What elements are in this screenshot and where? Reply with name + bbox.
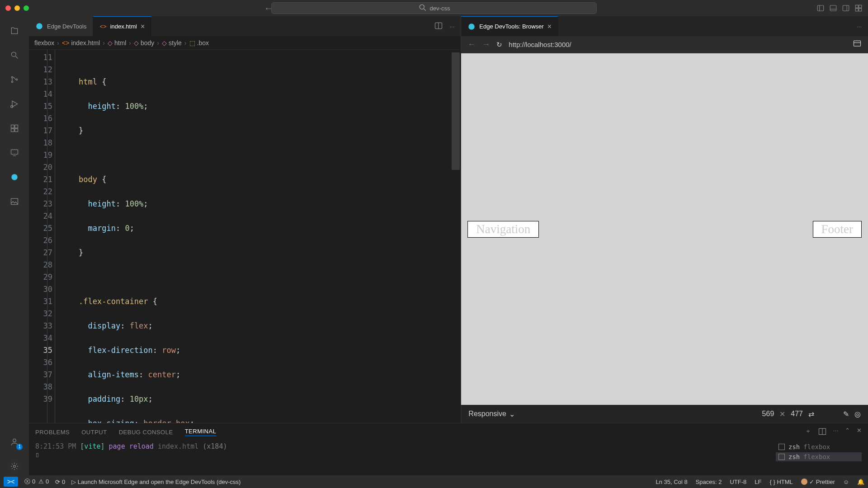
svg-rect-23 bbox=[11, 150, 18, 154]
device-mode-select[interactable]: Responsive ⌄ bbox=[468, 410, 515, 418]
status-errors[interactable]: ⓧ 0 ⚠ 0 bbox=[24, 478, 49, 486]
search-icon bbox=[418, 3, 427, 14]
editor-pane: Edge DevTools <> index.html × ··· flexbo… bbox=[29, 16, 461, 423]
browser-back-icon[interactable]: ← bbox=[467, 40, 476, 49]
command-center[interactable]: dev-css bbox=[271, 2, 597, 14]
status-feedback-icon[interactable]: ☺ bbox=[843, 479, 849, 485]
remote-indicator[interactable]: >< bbox=[4, 477, 18, 487]
svg-line-13 bbox=[16, 56, 18, 59]
command-center-label: dev-css bbox=[430, 5, 450, 12]
terminal-item[interactable]: zsh flexbox bbox=[776, 442, 862, 451]
maximize-window-icon[interactable] bbox=[24, 5, 29, 11]
svg-point-32 bbox=[469, 23, 475, 30]
svg-point-28 bbox=[14, 465, 16, 468]
svg-rect-9 bbox=[859, 5, 862, 8]
close-tab-icon[interactable]: × bbox=[141, 23, 145, 31]
inspect-icon[interactable]: ◎ bbox=[854, 410, 861, 418]
remote-explorer-icon[interactable] bbox=[5, 144, 24, 162]
extensions-icon[interactable] bbox=[5, 119, 24, 137]
breadcrumb-html: ◇html bbox=[108, 39, 126, 47]
status-bell-icon[interactable]: 🔔 bbox=[857, 479, 864, 485]
svg-point-15 bbox=[11, 81, 13, 82]
close-window-icon[interactable] bbox=[5, 5, 11, 11]
devtools-pane: Edge DevTools: Browser × ··· ← → ↻ bbox=[461, 16, 868, 423]
breadcrumb[interactable]: flexbox › <>index.html › ◇html › ◇body ›… bbox=[29, 36, 461, 50]
svg-rect-33 bbox=[854, 41, 861, 46]
browser-toolbar: ← → ↻ bbox=[461, 36, 868, 53]
reload-icon[interactable]: ↻ bbox=[496, 41, 502, 49]
accounts-icon[interactable]: 1 bbox=[5, 433, 24, 451]
window-controls bbox=[5, 5, 29, 11]
browser-preview[interactable]: Navigation Footer bbox=[461, 53, 868, 405]
search-icon[interactable] bbox=[5, 46, 24, 64]
close-tab-icon[interactable]: × bbox=[547, 23, 552, 31]
status-cursor-pos[interactable]: Ln 35, Col 8 bbox=[656, 479, 688, 485]
panel-left-icon[interactable] bbox=[816, 4, 825, 12]
tab-edge-browser[interactable]: Edge DevTools: Browser × bbox=[461, 16, 558, 36]
status-launch[interactable]: ▷ Launch Microsoft Edge and open the Edg… bbox=[71, 479, 241, 485]
svg-rect-11 bbox=[859, 9, 862, 11]
code-editor[interactable]: 1112131415161718192021222324252627282930… bbox=[29, 50, 461, 423]
svg-rect-8 bbox=[855, 5, 858, 8]
panel-bottom-icon[interactable] bbox=[829, 4, 837, 12]
line-gutter: 1112131415161718192021222324252627282930… bbox=[29, 50, 57, 423]
code-content[interactable]: html { height: 100%; } body { height: 10… bbox=[57, 50, 461, 423]
new-terminal-icon[interactable]: ＋ bbox=[805, 427, 811, 437]
panel-chevron-up-icon[interactable]: ⌃ bbox=[845, 427, 850, 437]
svg-point-25 bbox=[11, 174, 18, 180]
status-eol[interactable]: LF bbox=[755, 479, 761, 485]
status-language[interactable]: { } HTML bbox=[770, 479, 793, 485]
rotate-icon[interactable]: ⇄ bbox=[808, 410, 814, 418]
edge-tools-icon[interactable] bbox=[5, 168, 24, 186]
tab-label: index.html bbox=[110, 23, 137, 30]
terminal-item[interactable]: zsh flexbox bbox=[776, 452, 862, 461]
browser-forward-icon[interactable]: → bbox=[482, 40, 490, 49]
url-input[interactable] bbox=[509, 41, 846, 48]
viewport-width[interactable]: 569 bbox=[762, 410, 774, 418]
status-indent[interactable]: Spaces: 2 bbox=[696, 479, 722, 485]
vertical-scrollbar[interactable] bbox=[452, 52, 460, 170]
terminal-icon bbox=[778, 444, 785, 450]
svg-line-1 bbox=[424, 9, 425, 10]
chevron-down-icon: ⌄ bbox=[509, 410, 515, 418]
source-control-icon[interactable] bbox=[5, 70, 24, 89]
tab-edge-devtools[interactable]: Edge DevTools bbox=[29, 16, 93, 36]
status-ports[interactable]: ⟳ 0 bbox=[55, 479, 65, 485]
panel-tab-problems[interactable]: PROBLEMS bbox=[35, 429, 70, 436]
svg-rect-21 bbox=[11, 129, 14, 132]
tab-index-html[interactable]: <> index.html × bbox=[93, 16, 151, 36]
svg-point-0 bbox=[420, 5, 424, 9]
terminal[interactable]: 8:21:53 PM [vite] page reload index.html… bbox=[29, 441, 868, 475]
kill-terminal-icon[interactable]: ··· bbox=[833, 427, 839, 437]
breadcrumb-file: <>index.html bbox=[62, 39, 100, 47]
terminal-icon bbox=[778, 454, 785, 460]
close-panel-icon[interactable]: ✕ bbox=[857, 427, 862, 437]
title-bar: ← → dev-css bbox=[0, 0, 868, 16]
image-preview-icon[interactable] bbox=[5, 192, 24, 211]
panel-tab-output[interactable]: OUTPUT bbox=[81, 429, 107, 436]
status-prettier[interactable]: ✓ Prettier bbox=[801, 479, 835, 485]
panel-tabs: PROBLEMS OUTPUT DEBUG CONSOLE TERMINAL ＋… bbox=[29, 423, 868, 441]
panel-tab-debug[interactable]: DEBUG CONSOLE bbox=[119, 429, 173, 436]
more-actions-icon[interactable]: ··· bbox=[449, 23, 454, 30]
layout-customize-icon[interactable] bbox=[854, 4, 863, 12]
run-debug-icon[interactable] bbox=[5, 95, 24, 113]
svg-rect-6 bbox=[843, 5, 849, 11]
settings-gear-icon[interactable] bbox=[5, 457, 24, 475]
panel-right-icon[interactable] bbox=[842, 4, 850, 12]
viewport-height[interactable]: 477 bbox=[791, 410, 803, 418]
panel-tab-terminal[interactable]: TERMINAL bbox=[185, 428, 217, 436]
status-encoding[interactable]: UTF-8 bbox=[730, 479, 746, 485]
svg-rect-20 bbox=[15, 125, 18, 128]
preview-footer-box: Footer bbox=[813, 221, 862, 238]
split-editor-icon[interactable] bbox=[434, 21, 443, 32]
more-actions-icon[interactable]: ··· bbox=[857, 23, 862, 30]
explorer-icon[interactable] bbox=[5, 22, 24, 40]
edit-icon[interactable]: ✎ bbox=[843, 410, 849, 418]
split-terminal-icon[interactable] bbox=[818, 427, 827, 437]
svg-rect-22 bbox=[15, 129, 18, 132]
minimize-window-icon[interactable] bbox=[14, 5, 20, 11]
svg-point-27 bbox=[13, 439, 16, 442]
open-devtools-icon[interactable] bbox=[853, 39, 862, 50]
svg-point-14 bbox=[11, 76, 13, 78]
